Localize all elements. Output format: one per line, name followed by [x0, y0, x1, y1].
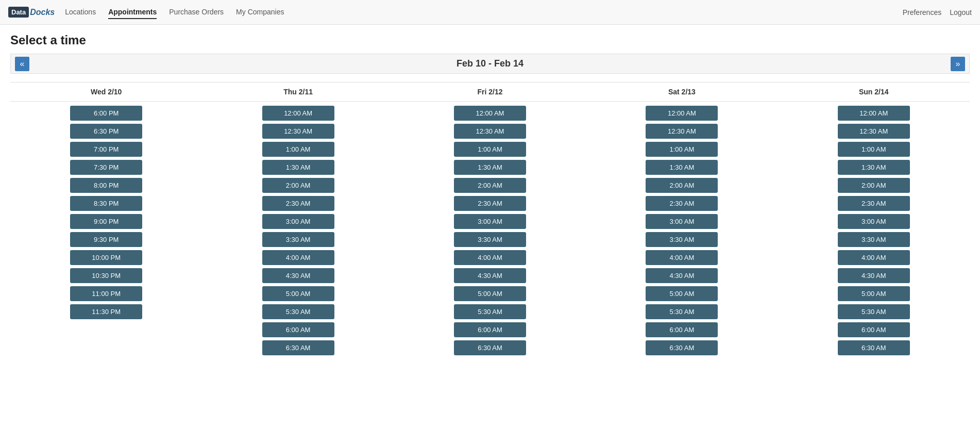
time-slot[interactable]: 12:30 AM [454, 124, 526, 139]
time-slot[interactable]: 3:30 AM [454, 232, 526, 247]
time-slot[interactable]: 12:30 AM [646, 124, 718, 139]
col-slots-thu-2/11: 12:00 AM12:30 AM1:00 AM1:30 AM2:00 AM2:3… [202, 102, 394, 359]
nav-link-my-companies[interactable]: My Companies [236, 6, 284, 19]
time-slot[interactable]: 1:30 AM [646, 160, 718, 175]
nav-links: LocationsAppointmentsPurchase OrdersMy C… [65, 6, 902, 19]
col-header-thu-2/11: Thu 2/11 [202, 83, 394, 102]
time-slot[interactable]: 5:30 AM [454, 304, 526, 319]
time-slot[interactable]: 12:30 AM [838, 124, 910, 139]
next-week-button[interactable]: » [951, 57, 965, 71]
calendar-grid: Wed 2/10Thu 2/11Fri 2/12Sat 2/13Sun 2/14… [10, 82, 970, 359]
time-slot[interactable]: 6:30 PM [70, 124, 142, 139]
col-slots-sun-2/14: 12:00 AM12:30 AM1:00 AM1:30 AM2:00 AM2:3… [778, 102, 970, 359]
time-slot[interactable]: 6:30 AM [646, 340, 718, 355]
time-slot[interactable]: 5:30 AM [838, 304, 910, 319]
time-slot[interactable]: 2:30 AM [838, 196, 910, 211]
nav-right: PreferencesLogout [903, 8, 972, 17]
time-slot[interactable]: 2:00 AM [262, 178, 334, 193]
navbar: Data Docks LocationsAppointmentsPurchase… [0, 0, 980, 25]
time-slot[interactable]: 6:00 AM [454, 322, 526, 337]
col-slots-sat-2/13: 12:00 AM12:30 AM1:00 AM1:30 AM2:00 AM2:3… [586, 102, 778, 359]
time-slot[interactable]: 6:00 AM [838, 322, 910, 337]
time-slot[interactable]: 1:00 AM [646, 142, 718, 157]
prev-week-button[interactable]: « [15, 57, 29, 71]
time-slot[interactable]: 6:00 PM [70, 106, 142, 121]
time-slot[interactable]: 4:00 AM [454, 250, 526, 265]
time-slot[interactable]: 4:30 AM [454, 268, 526, 283]
time-slot[interactable]: 2:00 AM [646, 178, 718, 193]
time-slot[interactable]: 9:30 PM [70, 232, 142, 247]
time-slot[interactable]: 2:30 AM [646, 196, 718, 211]
time-slot[interactable]: 7:00 PM [70, 142, 142, 157]
time-slot[interactable]: 3:00 AM [646, 214, 718, 229]
page-title: Select a time [10, 33, 970, 47]
nav-link-appointments[interactable]: Appointments [108, 6, 157, 19]
time-slot[interactable]: 12:00 AM [454, 106, 526, 121]
time-slot[interactable]: 3:30 AM [838, 232, 910, 247]
time-slot[interactable]: 2:30 AM [262, 196, 334, 211]
time-slot[interactable]: 12:00 AM [262, 106, 334, 121]
time-slot[interactable]: 2:00 AM [454, 178, 526, 193]
time-slot[interactable]: 10:00 PM [70, 250, 142, 265]
time-slot[interactable]: 3:00 AM [454, 214, 526, 229]
time-slot[interactable]: 4:30 AM [262, 268, 334, 283]
page-content: Select a time « Feb 10 - Feb 14 » Wed 2/… [0, 25, 980, 368]
time-slot[interactable]: 2:00 AM [838, 178, 910, 193]
time-slot[interactable]: 12:00 AM [838, 106, 910, 121]
logo-docks: Docks [30, 8, 55, 17]
time-slot[interactable]: 6:00 AM [262, 322, 334, 337]
time-slot[interactable]: 5:00 AM [454, 286, 526, 301]
time-slot[interactable]: 8:00 PM [70, 178, 142, 193]
time-slot[interactable]: 9:00 PM [70, 214, 142, 229]
nav-right-logout[interactable]: Logout [950, 8, 972, 17]
time-slot[interactable]: 7:30 PM [70, 160, 142, 175]
week-nav: « Feb 10 - Feb 14 » [10, 54, 970, 74]
time-slot[interactable]: 6:30 AM [838, 340, 910, 355]
week-label: Feb 10 - Feb 14 [457, 58, 523, 69]
time-slot[interactable]: 3:30 AM [262, 232, 334, 247]
nav-right-preferences[interactable]: Preferences [903, 8, 941, 17]
time-slot[interactable]: 6:30 AM [262, 340, 334, 355]
time-slot[interactable]: 11:30 PM [70, 304, 142, 319]
time-slot[interactable]: 6:30 AM [454, 340, 526, 355]
time-slot[interactable]: 1:30 AM [262, 160, 334, 175]
logo: Data Docks [8, 7, 55, 18]
time-slot[interactable]: 5:00 AM [838, 286, 910, 301]
time-slot[interactable]: 1:30 AM [454, 160, 526, 175]
time-slot[interactable]: 4:00 AM [838, 250, 910, 265]
time-slot[interactable]: 5:30 AM [646, 304, 718, 319]
time-slot[interactable]: 12:00 AM [646, 106, 718, 121]
time-slot[interactable]: 5:30 AM [262, 304, 334, 319]
time-slot[interactable]: 10:30 PM [70, 268, 142, 283]
time-slot[interactable]: 1:00 AM [262, 142, 334, 157]
time-slot[interactable]: 4:30 AM [646, 268, 718, 283]
time-slot[interactable]: 3:30 AM [646, 232, 718, 247]
col-header-wed-2/10: Wed 2/10 [10, 83, 202, 102]
time-slot[interactable]: 11:00 PM [70, 286, 142, 301]
time-slot[interactable]: 6:00 AM [646, 322, 718, 337]
time-slot[interactable]: 3:00 AM [262, 214, 334, 229]
time-slot[interactable]: 4:00 AM [262, 250, 334, 265]
logo-data: Data [8, 7, 29, 18]
time-slot[interactable]: 2:30 AM [454, 196, 526, 211]
time-slot[interactable]: 3:00 AM [838, 214, 910, 229]
time-slot[interactable]: 8:30 PM [70, 196, 142, 211]
col-slots-wed-2/10: 6:00 PM6:30 PM7:00 PM7:30 PM8:00 PM8:30 … [10, 102, 202, 359]
time-slot[interactable]: 1:00 AM [838, 142, 910, 157]
time-slot[interactable]: 5:00 AM [262, 286, 334, 301]
time-slot[interactable]: 4:30 AM [838, 268, 910, 283]
time-slot[interactable]: 1:00 AM [454, 142, 526, 157]
col-header-sat-2/13: Sat 2/13 [586, 83, 778, 102]
nav-link-locations[interactable]: Locations [65, 6, 96, 19]
time-slot[interactable]: 4:00 AM [646, 250, 718, 265]
col-header-fri-2/12: Fri 2/12 [394, 83, 586, 102]
col-slots-fri-2/12: 12:00 AM12:30 AM1:00 AM1:30 AM2:00 AM2:3… [394, 102, 586, 359]
time-slot[interactable]: 5:00 AM [646, 286, 718, 301]
col-header-sun-2/14: Sun 2/14 [778, 83, 970, 102]
time-slot[interactable]: 12:30 AM [262, 124, 334, 139]
time-slot[interactable]: 1:30 AM [838, 160, 910, 175]
nav-link-purchase-orders[interactable]: Purchase Orders [169, 6, 224, 19]
